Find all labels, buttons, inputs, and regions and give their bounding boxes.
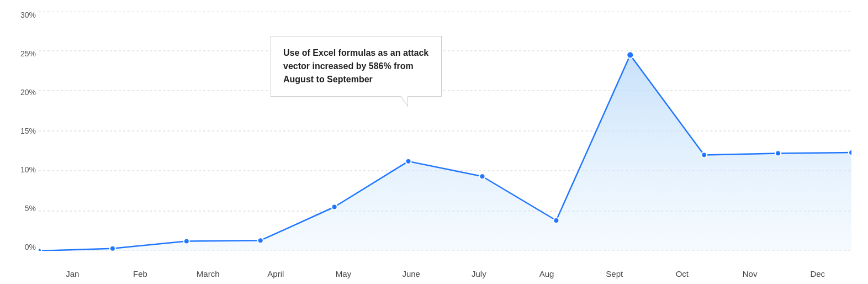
x-label-jan: Jan — [39, 269, 107, 278]
y-label-0: 0% — [25, 243, 36, 251]
y-label-30: 30% — [20, 11, 36, 19]
y-label-15: 15% — [20, 127, 36, 135]
x-label-june: June — [377, 269, 445, 278]
x-label-feb: Feb — [107, 269, 174, 278]
y-label-5: 5% — [25, 204, 36, 212]
dot-march — [184, 239, 189, 244]
dot-nov — [775, 151, 781, 156]
x-axis: Jan Feb March April May June July Aug Se… — [39, 269, 851, 278]
tooltip-text: Use of Excel formulas as an attack vecto… — [283, 48, 428, 84]
dot-oct — [701, 152, 707, 157]
x-label-march: March — [174, 269, 242, 278]
x-label-april: April — [242, 269, 310, 278]
y-label-25: 25% — [20, 50, 36, 57]
y-label-20: 20% — [20, 88, 36, 96]
dot-may — [332, 204, 337, 210]
chart-container: 30% 25% 20% 15% 10% 5% 0% — [0, 0, 868, 284]
chart-svg — [39, 11, 851, 251]
x-label-sept: Sept — [580, 269, 648, 278]
x-label-aug: Aug — [513, 269, 581, 278]
x-label-nov: Nov — [716, 269, 784, 278]
y-axis: 30% 25% 20% 15% 10% 5% 0% — [6, 11, 36, 251]
dot-aug — [553, 218, 559, 223]
dot-jan — [39, 248, 41, 251]
x-label-july: July — [445, 269, 513, 278]
dot-dec — [849, 150, 851, 155]
x-label-dec: Dec — [784, 269, 851, 278]
chart-tooltip: Use of Excel formulas as an attack vecto… — [271, 36, 442, 97]
chart-fill-area — [39, 55, 851, 251]
chart-plot-area — [39, 11, 851, 251]
y-label-10: 10% — [20, 166, 36, 173]
dot-april — [258, 238, 263, 243]
dot-feb — [110, 246, 115, 251]
dot-sept — [627, 52, 633, 59]
x-label-may: May — [310, 269, 378, 278]
x-label-oct: Oct — [648, 269, 716, 278]
dot-july — [479, 173, 485, 179]
dot-june — [406, 159, 411, 164]
